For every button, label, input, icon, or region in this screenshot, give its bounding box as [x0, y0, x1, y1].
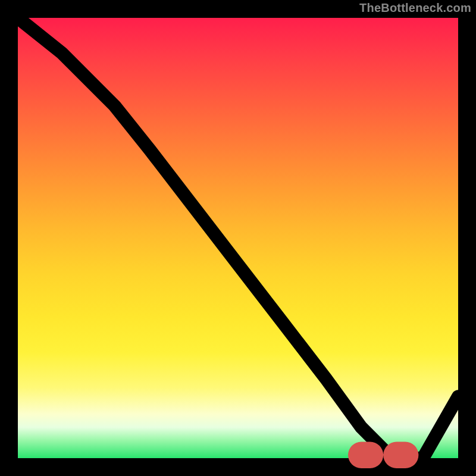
plot-area	[18, 18, 458, 458]
chart-svg	[18, 18, 458, 458]
chart-frame: TheBottleneck.com	[0, 0, 476, 476]
attribution-text: TheBottleneck.com	[359, 1, 471, 15]
bottleneck-curve	[18, 18, 458, 458]
